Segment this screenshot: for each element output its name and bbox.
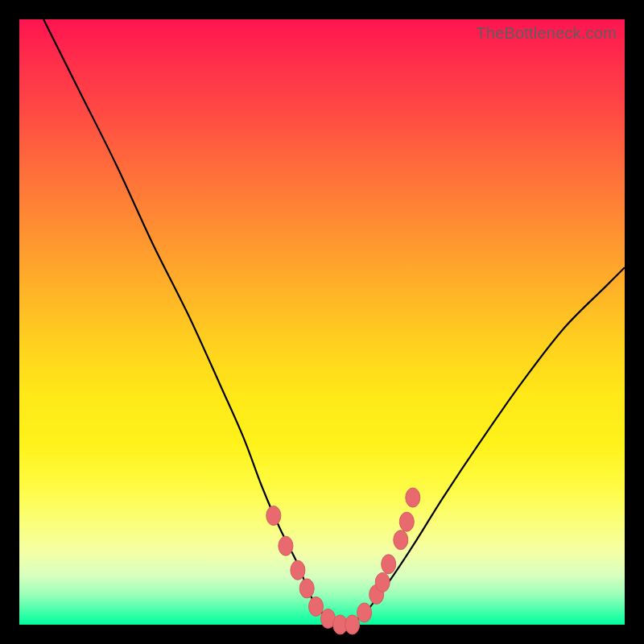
marker-point bbox=[345, 615, 360, 634]
marker-point bbox=[299, 579, 314, 598]
marker-point bbox=[279, 536, 293, 555]
marker-point bbox=[309, 597, 324, 616]
highlight-markers bbox=[266, 488, 420, 634]
plot-area: TheBottleneck.com bbox=[19, 19, 625, 625]
marker-point bbox=[382, 555, 396, 574]
marker-point bbox=[291, 560, 305, 580]
chart-svg bbox=[19, 19, 625, 625]
marker-point bbox=[406, 488, 420, 507]
marker-point bbox=[357, 603, 372, 622]
marker-point bbox=[394, 530, 408, 550]
marker-point bbox=[399, 512, 414, 531]
bottleneck-curve bbox=[43, 19, 625, 625]
marker-point bbox=[266, 506, 281, 526]
marker-point bbox=[375, 572, 390, 592]
chart-frame: TheBottleneck.com bbox=[0, 0, 644, 644]
